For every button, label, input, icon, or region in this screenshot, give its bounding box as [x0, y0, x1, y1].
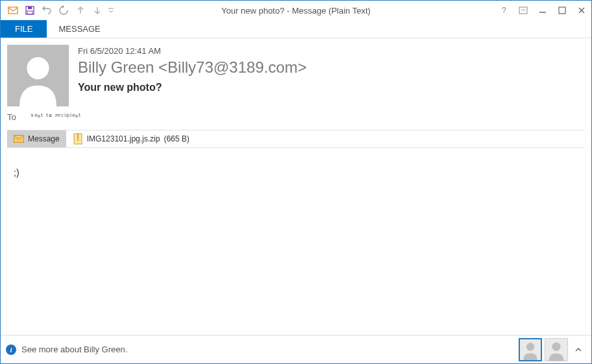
- svg-point-18: [526, 343, 534, 350]
- svg-point-20: [552, 342, 560, 350]
- zip-file-icon: [73, 133, 83, 145]
- ribbon-display-icon[interactable]: [513, 1, 533, 19]
- contact-avatar-1[interactable]: [519, 338, 542, 361]
- svg-rect-2: [28, 6, 32, 9]
- message-body[interactable]: ;): [7, 148, 585, 335]
- ribbon-tabs: FILE MESSAGE: [1, 20, 591, 38]
- qat-customize-icon[interactable]: [106, 2, 116, 19]
- arrow-up-icon[interactable]: [72, 2, 89, 19]
- attachment-filename: IMG123101.jpg.js.zip: [87, 134, 160, 143]
- attachment-size: (665 B): [164, 134, 189, 143]
- message-date: Fri 6/5/2020 12:41 AM: [78, 46, 307, 56]
- sender-avatar: [7, 45, 69, 106]
- undo-icon[interactable]: [38, 2, 55, 19]
- title-bar: Your new photo? - Message (Plain Text) ?: [1, 1, 591, 20]
- arrow-down-icon[interactable]: [89, 2, 106, 19]
- people-pane-footer: i See more about Billy Green.: [1, 335, 591, 363]
- attachment-tab-label: Message: [28, 134, 60, 143]
- svg-rect-3: [27, 11, 32, 14]
- message-body-text: ;): [14, 167, 19, 178]
- info-text: See more about Billy Green.: [21, 345, 127, 354]
- svg-rect-15: [77, 134, 79, 139]
- svg-point-12: [27, 57, 49, 79]
- maximize-button[interactable]: [552, 1, 572, 19]
- svg-rect-0: [8, 7, 18, 14]
- message-content: Fri 6/5/2020 12:41 AM Billy Green <Billy…: [1, 38, 591, 335]
- close-button[interactable]: [572, 1, 591, 19]
- tab-file[interactable]: FILE: [1, 20, 47, 38]
- message-header: Fri 6/5/2020 12:41 AM Billy Green <Billy…: [7, 45, 585, 106]
- expand-people-pane-icon[interactable]: [571, 338, 586, 361]
- window-title: Your new photo? - Message (Plain Text): [221, 6, 371, 16]
- window-controls: ?: [494, 1, 591, 19]
- svg-rect-6: [519, 7, 527, 14]
- contact-avatar-2[interactable]: [545, 338, 568, 361]
- recipients-row: To ˢᵉⁿᵗ ᵗᵒ ʳᵉᶜⁱᵖⁱᵉⁿᵗ: [7, 110, 585, 123]
- to-label: To: [7, 112, 20, 122]
- to-value: ˢᵉⁿᵗ ᵗᵒ ʳᵉᶜⁱᵖⁱᵉⁿᵗ: [31, 112, 81, 122]
- message-sender: Billy Green <Billy73@3189.com>: [78, 58, 307, 77]
- svg-point-16: [77, 140, 79, 141]
- attachment-tab-message[interactable]: Message: [7, 130, 66, 147]
- info-icon: i: [6, 345, 16, 355]
- sender-info: Fri 6/5/2020 12:41 AM Billy Green <Billy…: [78, 45, 307, 106]
- attachment-item[interactable]: IMG123101.jpg.js.zip (665 B): [66, 130, 196, 147]
- svg-text:?: ?: [502, 6, 506, 15]
- minimize-button[interactable]: [533, 1, 552, 19]
- svg-rect-8: [559, 7, 565, 14]
- message-subject: Your new photo?: [78, 82, 307, 93]
- envelope-small-icon: [14, 135, 24, 143]
- tab-message[interactable]: MESSAGE: [47, 20, 112, 38]
- envelope-icon[interactable]: [5, 2, 21, 19]
- save-icon[interactable]: [21, 2, 38, 19]
- svg-rect-13: [14, 136, 24, 143]
- attachment-bar: Message IMG123101.jpg.js.zip (665 B): [7, 130, 585, 148]
- footer-right: [519, 338, 586, 361]
- help-icon[interactable]: ?: [494, 1, 513, 19]
- redo-icon[interactable]: [55, 2, 72, 19]
- quick-access-toolbar: [1, 2, 116, 19]
- info-row[interactable]: i See more about Billy Green.: [6, 345, 127, 355]
